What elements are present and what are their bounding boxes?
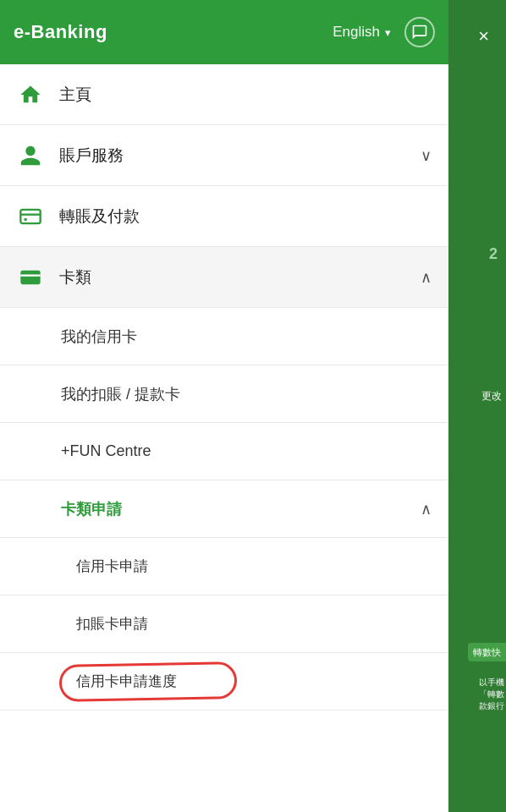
close-button[interactable]: × [478, 25, 489, 47]
transfer-icon-wrapper [17, 203, 44, 230]
menu-item-transfer[interactable]: 轉賬及付款 [0, 186, 448, 247]
account-icon-wrapper [17, 142, 44, 169]
transfer-desc: 以手機 「轉數 款銀行 [479, 677, 504, 712]
menu-item-home[interactable]: 主頁 [0, 64, 448, 125]
home-icon [19, 83, 42, 107]
menu-item-cards[interactable]: 卡類 ∧ [0, 247, 448, 308]
card-icon-wrapper [17, 264, 44, 291]
menu-subitem-debit-card[interactable]: 我的扣賬 / 提款卡 [0, 365, 448, 423]
account-label: 賬戶服務 [59, 145, 421, 167]
home-label: 主頁 [59, 84, 432, 106]
chat-icon [411, 24, 428, 41]
menu-subitem-credit-card[interactable]: 我的信用卡 [0, 308, 448, 365]
menu-subsubitem-credit-apply[interactable]: 信用卡申請 [0, 538, 448, 595]
home-icon-wrapper [17, 81, 44, 108]
background-change-label: 更改 [481, 389, 502, 403]
menu-body: 主頁 賬戶服務 ∨ 轉賬及付款 [0, 64, 448, 812]
language-selector[interactable]: English ▾ [333, 24, 391, 41]
transfer-icon [19, 205, 42, 228]
account-icon [19, 144, 42, 167]
menu-item-account[interactable]: 賬戶服務 ∨ [0, 125, 448, 186]
debit-apply-label: 扣賬卡申請 [76, 614, 432, 634]
svg-rect-2 [20, 270, 40, 283]
account-chevron-icon: ∨ [421, 146, 432, 165]
menu-subsubitem-credit-progress[interactable]: 信用卡申請進度 [0, 653, 448, 710]
credit-card-label: 我的信用卡 [61, 326, 432, 347]
transfer-label: 轉賬及付款 [59, 206, 432, 228]
fun-centre-label: +FUN Centre [61, 442, 432, 460]
credit-progress-label: 信用卡申請進度 [76, 672, 432, 691]
svg-point-1 [24, 217, 27, 221]
card-application-chevron-icon: ∧ [421, 500, 432, 518]
background-green-panel: 2 更改 轉數快 以手機 「轉數 款銀行 [448, 0, 506, 812]
svg-rect-0 [20, 209, 40, 222]
credit-apply-label: 信用卡申請 [76, 557, 432, 576]
card-icon [19, 266, 42, 289]
language-chevron-icon: ▾ [385, 26, 391, 39]
menu-header: e-Banking English ▾ [0, 0, 448, 64]
cards-chevron-icon: ∧ [421, 268, 432, 287]
language-label: English [333, 24, 380, 41]
chat-button[interactable] [404, 17, 435, 47]
background-number: 2 [489, 245, 498, 263]
menu-subsubitem-debit-apply[interactable]: 扣賬卡申請 [0, 595, 448, 653]
debit-card-label: 我的扣賬 / 提款卡 [61, 384, 432, 404]
cards-label: 卡類 [59, 266, 421, 288]
transfer-badge: 轉數快 [468, 643, 506, 661]
menu-subsection-card-application[interactable]: 卡類申請 ∧ [0, 480, 448, 538]
card-application-label: 卡類申請 [61, 499, 421, 519]
app-title: e-Banking [14, 21, 333, 43]
menu-subitem-fun-centre[interactable]: +FUN Centre [0, 423, 448, 480]
side-menu: e-Banking English ▾ 主頁 [0, 0, 448, 812]
